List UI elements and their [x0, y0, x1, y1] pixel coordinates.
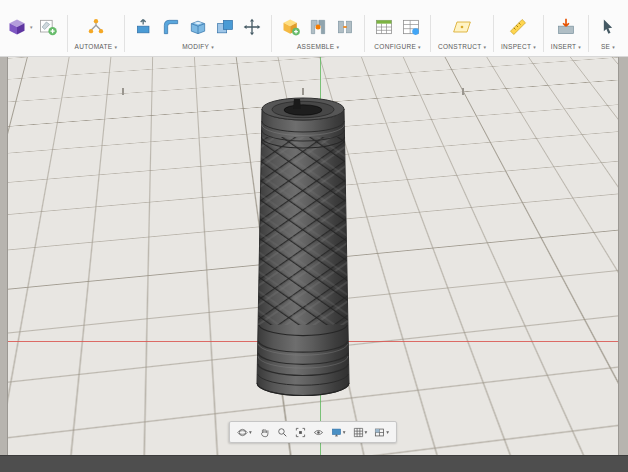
new-component-icon [281, 17, 301, 37]
configuration-table-icon [374, 17, 394, 37]
fit-button[interactable] [295, 427, 306, 438]
viewports-button[interactable]: ▾ [374, 427, 389, 438]
joint-icon [308, 17, 328, 37]
look-at-button[interactable] [313, 427, 324, 438]
toolbar-group-select: SE ▾ [591, 13, 625, 56]
toolbar-divider [543, 15, 544, 52]
create-form-icon [7, 17, 27, 37]
measure-icon [508, 17, 528, 37]
viewports-icon [374, 427, 385, 438]
configure-label: CONFIGURE [374, 43, 416, 50]
toolbar-group-left: ▾ [0, 13, 65, 56]
toolbar-group-inspect: INSPECT ▾ [496, 13, 541, 56]
inspect-menu[interactable]: INSPECT ▾ [501, 43, 536, 50]
chevron-down-icon: ▾ [612, 44, 615, 50]
bottom-bar [0, 455, 628, 472]
shell-button[interactable] [186, 15, 210, 39]
configure-menu[interactable]: CONFIGURE ▾ [374, 43, 420, 50]
orbit-icon [237, 427, 248, 438]
assemble-label: ASSEMBLE [297, 43, 334, 50]
shell-icon [188, 17, 208, 37]
press-pull-icon [134, 17, 154, 37]
select-button[interactable] [596, 15, 620, 39]
insert-button[interactable] [554, 15, 578, 39]
new-component-button[interactable] [279, 15, 303, 39]
grid-snaps-icon [353, 427, 364, 438]
press-pull-button[interactable] [132, 15, 156, 39]
move-copy-button[interactable] [240, 15, 264, 39]
assemble-menu[interactable]: ASSEMBLE ▾ [297, 43, 339, 50]
zoom-button[interactable] [277, 427, 288, 438]
insert-icon [556, 17, 576, 37]
chevron-down-icon: ▾ [483, 44, 486, 50]
grid-snaps-button[interactable]: ▾ [353, 427, 368, 438]
toolbar-divider [430, 15, 431, 52]
create-form-button[interactable] [5, 15, 29, 39]
select-cursor-icon [598, 17, 618, 37]
orbit-button[interactable]: ▾ [237, 427, 252, 438]
construct-plane-icon [452, 17, 472, 37]
construct-plane-button[interactable] [450, 15, 474, 39]
toolbar-group-modify: MODIFY ▾ [127, 13, 269, 56]
model-viewport[interactable]: ▾ [8, 57, 618, 455]
display-settings-button[interactable]: ▾ [331, 427, 346, 438]
toolbar-divider [364, 15, 365, 52]
measure-button[interactable] [506, 15, 530, 39]
automate-menu[interactable]: AUTOMATE ▾ [75, 43, 117, 50]
toolbar-divider [271, 15, 272, 52]
configuration-table-button[interactable] [372, 15, 396, 39]
chevron-down-icon: ▾ [336, 44, 339, 50]
modify-label: MODIFY [182, 43, 209, 50]
rigid-group-icon [335, 17, 355, 37]
chevron-down-icon: ▾ [343, 429, 346, 435]
automate-label: AUTOMATE [75, 43, 113, 50]
fusion-window: ▾ [0, 0, 628, 472]
rigid-group-button[interactable] [333, 15, 357, 39]
left-panel-edge [0, 57, 8, 455]
configure-features-button[interactable] [399, 15, 423, 39]
configure-features-icon [401, 17, 421, 37]
toolbar-divider [67, 15, 68, 52]
insert-menu[interactable]: INSERT ▾ [551, 43, 581, 50]
chevron-down-icon: ▾ [365, 429, 368, 435]
chevron-down-icon: ▾ [578, 44, 581, 50]
toolbar-group-insert: INSERT ▾ [546, 13, 586, 56]
modify-menu[interactable]: MODIFY ▾ [182, 43, 214, 50]
toolbar-divider [588, 15, 589, 52]
toolbar-group-assemble: ASSEMBLE ▾ [274, 13, 362, 56]
construct-menu[interactable]: CONSTRUCT ▾ [438, 43, 486, 50]
select-menu[interactable]: SE ▾ [601, 43, 615, 50]
select-label: SE [601, 43, 610, 50]
chevron-down-icon: ▾ [418, 44, 421, 50]
insert-label: INSERT [551, 43, 577, 50]
chevron-down-icon: ▾ [249, 429, 252, 435]
ribbon-toolbar: ▾ [0, 0, 628, 57]
create-sketch-button[interactable] [36, 15, 60, 39]
create-sketch-icon [38, 17, 58, 37]
top-slot [293, 99, 301, 109]
fillet-button[interactable] [159, 15, 183, 39]
look-at-icon [313, 427, 324, 438]
fillet-icon [161, 17, 181, 37]
automate-icon [86, 17, 106, 37]
toolbar-group-automate: AUTOMATE ▾ [70, 13, 122, 56]
automate-button[interactable] [84, 15, 108, 39]
move-copy-icon [242, 17, 262, 37]
grid-tick [462, 88, 464, 95]
zoom-icon [277, 427, 288, 438]
chevron-down-icon: ▾ [114, 44, 117, 50]
fit-icon [295, 427, 306, 438]
combine-button[interactable] [213, 15, 237, 39]
toolbar-group-construct: CONSTRUCT ▾ [433, 13, 491, 56]
pan-icon [259, 427, 270, 438]
joint-button[interactable] [306, 15, 330, 39]
knurled-cylinder-model[interactable] [218, 93, 388, 403]
grid-tick [122, 88, 124, 95]
pan-button[interactable] [259, 427, 270, 438]
combine-icon [215, 17, 235, 37]
chevron-down-icon[interactable]: ▾ [30, 24, 33, 30]
chevron-down-icon: ▾ [211, 44, 214, 50]
chevron-down-icon: ▾ [386, 429, 389, 435]
toolbar-divider [124, 15, 125, 52]
toolbar-group-configure: CONFIGURE ▾ [367, 13, 428, 56]
